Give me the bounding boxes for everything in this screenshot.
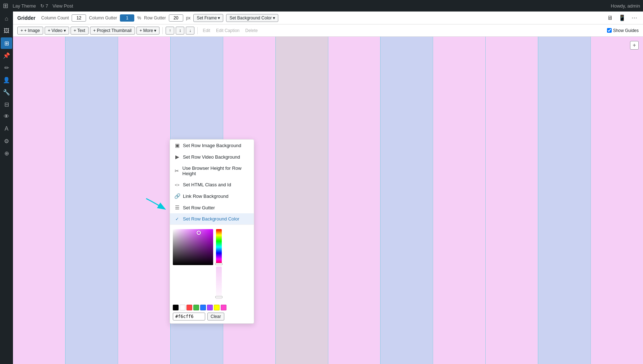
column-gutter-label: Column Gutter [89,15,117,21]
add-video-button[interactable]: + Video ▾ [45,27,69,35]
swatch-purple[interactable] [207,305,213,310]
main-area: Gridder Column Count Column Gutter % Row… [13,12,643,364]
menu-item-label: Set Row Gutter [183,205,215,210]
color-picker-controls [173,229,251,302]
menu-item-set-row-video-bg[interactable]: ▶ Set Row Video Background [170,151,254,163]
link-icon: 🔗 [174,193,180,199]
plus-icon: + [21,28,23,33]
align-bottom-button[interactable]: ↓ [186,27,194,35]
more-chevron-icon: ▾ [154,28,156,33]
sidebar-icon-circle-plus[interactable]: ⊕ [1,147,12,159]
row-gutter-unit: px [186,15,191,21]
sidebar-icon-pin[interactable]: 📌 [1,50,12,61]
hue-thumb [215,263,222,265]
menu-item-set-row-bg-color[interactable]: ✓ Set Row Background Color [170,213,254,224]
video-bg-icon: ▶ [174,154,180,160]
column-gutter-input[interactable] [120,14,134,22]
show-guides-checkbox[interactable] [607,28,612,33]
toolbar-right-icons: 🖥 📱 ⋯ [606,13,639,23]
swatch-black[interactable] [173,305,179,310]
checkmark-icon: ✓ [174,217,180,222]
swatch-green[interactable] [193,305,199,310]
add-more-button[interactable]: + More ▾ [136,27,160,35]
show-guides-label[interactable]: Show Guides [607,28,639,33]
sidebar-icon-media[interactable]: 🖼 [1,25,12,37]
set-background-color-button[interactable]: Set Background Color ▾ [226,14,278,22]
col-9 [433,37,485,364]
menu-item-label: Link Row Background [183,194,228,199]
canvas-add-button[interactable]: + [630,41,639,50]
column-gutter-unit: % [137,15,141,21]
col-6 [275,37,328,364]
sidebar-icon-layers[interactable]: ⊟ [1,99,12,110]
add-project-thumbnail-button[interactable]: + Project Thumbnail [90,27,135,35]
admin-bar-view-post[interactable]: View Post [53,3,73,9]
menu-item-label: Set Row Video Background [183,154,240,160]
menu-item-label: Set HTML Class and Id [183,182,231,187]
color-clear-button[interactable]: Clear [207,313,224,320]
grid-overlay [13,37,643,364]
separator-2 [197,27,198,34]
color-swatches-row [173,305,251,310]
col-1 [13,37,65,364]
col-8 [380,37,433,364]
hue-slider-track[interactable] [216,229,222,265]
sidebar-icon-builder[interactable]: ⊞ [1,37,12,49]
mobile-view-button[interactable]: 📱 [617,13,627,23]
color-hex-input[interactable] [173,313,205,320]
page-title: Gridder [17,15,36,21]
swatch-blue[interactable] [200,305,206,310]
admin-bar-howdy: Howdy, admin [611,3,640,9]
sidebar-icon-user[interactable]: 👤 [1,74,12,86]
menu-item-set-row-image-bg[interactable]: ▣ Set Row Image Background [170,140,254,151]
sidebar-icon-eye[interactable]: 👁 [1,111,12,122]
row-gutter-input[interactable] [169,14,183,22]
menu-item-browser-height[interactable]: ✂ Use Browser Height for Row Height [170,163,254,179]
html-icon: <> [174,183,180,187]
edit-action: Edit [201,27,212,34]
sidebar-icon-settings[interactable]: ⚙ [1,135,12,147]
desktop-view-button[interactable]: 🖥 [606,13,614,23]
canvas-area: + ▣ Set Row Image Background ▶ Set Row V… [13,37,643,364]
col-7 [328,37,381,364]
color-picker-section: Clear [170,224,254,323]
col-12 [590,37,643,364]
add-image-button[interactable]: + + Image [17,27,43,35]
wp-logo-icon: ⊞ [3,2,8,10]
sidebar-icon-dashboard[interactable]: ⌂ [1,13,12,24]
arrow-annotation [143,195,171,213]
row-gutter-label: Row Gutter [144,15,166,21]
set-frame-chevron-icon: ▾ [218,15,220,21]
swatch-white[interactable] [180,305,185,310]
admin-bar-revisions[interactable]: ↻ 7 [40,3,48,9]
menu-item-html-class[interactable]: <> Set HTML Class and Id [170,179,254,190]
opacity-thumb [215,296,222,298]
align-middle-button[interactable]: ↕ [176,27,184,35]
gutter-icon: ☰ [174,205,180,210]
menu-item-label: Set Row Background Color [183,216,239,222]
menu-item-link-row-bg[interactable]: 🔗 Link Row Background [170,190,254,202]
menu-item-set-row-gutter[interactable]: ☰ Set Row Gutter [170,202,254,213]
swatch-red[interactable] [186,305,192,310]
browser-height-icon: ✂ [174,168,180,174]
set-frame-button[interactable]: Set Frame ▾ [193,14,223,22]
col-2 [65,37,118,364]
menu-item-label: Set Row Image Background [183,143,241,148]
column-count-input[interactable] [72,14,86,22]
toolbar-row2: + + Image + Video ▾ + Text + Project Thu… [13,24,643,37]
add-text-button[interactable]: + Text [71,27,89,35]
separator-1 [162,27,163,34]
admin-bar-lay-theme[interactable]: Lay Theme [13,3,36,9]
col-10 [485,37,538,364]
delete-action: Delete [243,27,260,34]
align-top-button[interactable]: ↑ [166,27,174,35]
more-options-button[interactable]: ⋯ [630,13,639,23]
col-11 [538,37,590,364]
sidebar-icon-text-a[interactable]: A [1,123,12,135]
opacity-slider-track[interactable] [216,267,222,302]
sidebar-icon-wrench[interactable]: 🔧 [1,86,12,98]
color-saturation-canvas[interactable] [173,229,213,265]
swatch-yellow[interactable] [214,305,220,310]
swatch-pink[interactable] [221,305,226,310]
sidebar-icon-pencil[interactable]: ✏ [1,62,12,73]
